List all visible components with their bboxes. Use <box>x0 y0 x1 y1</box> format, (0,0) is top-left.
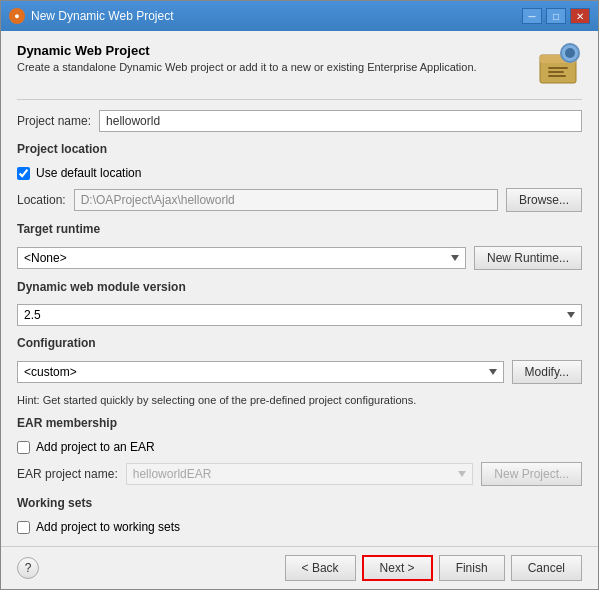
dialog-description: Create a standalone Dynamic Web project … <box>17 61 477 73</box>
hint-text: Hint: Get started quickly by selecting o… <box>17 394 582 406</box>
project-location-label: Project location <box>17 142 582 156</box>
svg-rect-6 <box>548 71 564 73</box>
target-runtime-label: Target runtime <box>17 222 582 236</box>
main-window: ● New Dynamic Web Project ─ □ ✕ Dynamic … <box>0 0 599 590</box>
working-sets-section: Working sets Add project to working sets <box>17 496 582 534</box>
location-input[interactable] <box>74 189 498 211</box>
target-runtime-dropdown[interactable]: <None> <box>17 247 466 269</box>
svg-rect-7 <box>548 75 566 77</box>
cancel-button[interactable]: Cancel <box>511 555 582 581</box>
location-label: Location: <box>17 193 66 207</box>
back-button[interactable]: < Back <box>285 555 356 581</box>
title-bar-buttons: ─ □ ✕ <box>522 8 590 24</box>
ear-membership-section: EAR membership Add project to an EAR EAR… <box>17 416 582 486</box>
configuration-row: <custom> Modify... <box>17 360 582 384</box>
window-title: New Dynamic Web Project <box>31 9 174 23</box>
add-to-ear-checkbox[interactable] <box>17 441 30 454</box>
modify-button[interactable]: Modify... <box>512 360 582 384</box>
title-bar: ● New Dynamic Web Project ─ □ ✕ <box>1 1 598 31</box>
help-button[interactable]: ? <box>17 557 39 579</box>
configuration-section: Configuration <custom> Modify... Hint: G… <box>17 336 582 406</box>
target-runtime-row: <None> New Runtime... <box>17 246 582 270</box>
svg-point-4 <box>565 48 575 58</box>
finish-button[interactable]: Finish <box>439 555 505 581</box>
project-location-section: Project location Use default location Lo… <box>17 142 582 212</box>
dialog-content: Dynamic Web Project Create a standalone … <box>1 31 598 546</box>
header-icon <box>534 43 582 91</box>
working-sets-label: Working sets <box>17 496 582 510</box>
location-row: Location: Browse... <box>17 188 582 212</box>
ear-project-row: EAR project name: helloworldEAR New Proj… <box>17 462 582 486</box>
project-name-input[interactable] <box>99 110 582 132</box>
project-name-label: Project name: <box>17 114 91 128</box>
maximize-button[interactable]: □ <box>546 8 566 24</box>
browse-button[interactable]: Browse... <box>506 188 582 212</box>
module-version-dropdown[interactable]: 2.5 <box>17 304 582 326</box>
module-version-label: Dynamic web module version <box>17 280 582 294</box>
module-version-section: Dynamic web module version 2.5 <box>17 280 582 326</box>
svg-rect-5 <box>548 67 568 69</box>
configuration-dropdown[interactable]: <custom> <box>17 361 504 383</box>
use-default-location-checkbox[interactable] <box>17 167 30 180</box>
bottom-bar: ? < Back Next > Finish Cancel <box>1 546 598 589</box>
ear-project-name-dropdown: helloworldEAR <box>126 463 474 485</box>
add-to-ear-label: Add project to an EAR <box>36 440 155 454</box>
add-to-working-sets-checkbox[interactable] <box>17 521 30 534</box>
use-default-location-label: Use default location <box>36 166 141 180</box>
ear-project-name-label: EAR project name: <box>17 467 118 481</box>
target-runtime-section: Target runtime <None> New Runtime... <box>17 222 582 270</box>
bottom-left: ? <box>17 557 39 579</box>
app-icon: ● <box>9 8 25 24</box>
project-name-row: Project name: <box>17 110 582 132</box>
add-to-ear-row: Add project to an EAR <box>17 440 582 454</box>
add-to-working-sets-row: Add project to working sets <box>17 520 582 534</box>
header-section: Dynamic Web Project Create a standalone … <box>17 43 582 100</box>
configuration-label: Configuration <box>17 336 582 350</box>
new-runtime-button[interactable]: New Runtime... <box>474 246 582 270</box>
ear-membership-label: EAR membership <box>17 416 582 430</box>
dialog-title: Dynamic Web Project <box>17 43 477 58</box>
header-text: Dynamic Web Project Create a standalone … <box>17 43 477 73</box>
next-button[interactable]: Next > <box>362 555 433 581</box>
minimize-button[interactable]: ─ <box>522 8 542 24</box>
new-project-button: New Project... <box>481 462 582 486</box>
close-button[interactable]: ✕ <box>570 8 590 24</box>
use-default-location-row: Use default location <box>17 166 582 180</box>
add-to-working-sets-label: Add project to working sets <box>36 520 180 534</box>
bottom-right: < Back Next > Finish Cancel <box>285 555 582 581</box>
title-bar-left: ● New Dynamic Web Project <box>9 8 174 24</box>
